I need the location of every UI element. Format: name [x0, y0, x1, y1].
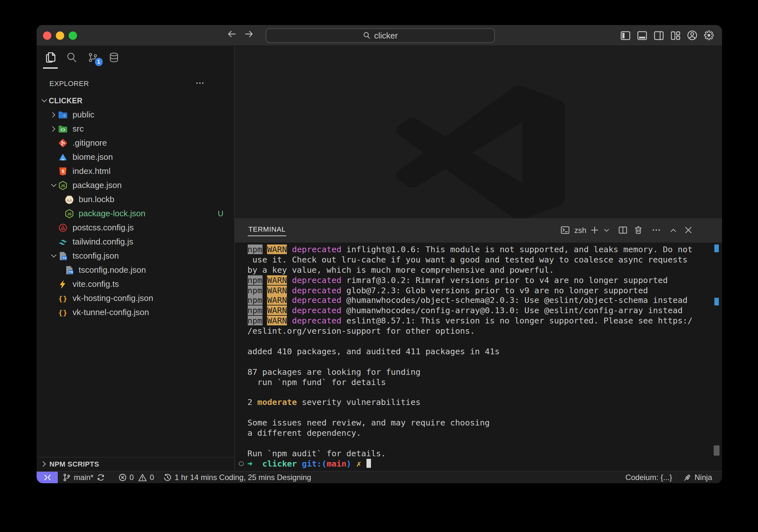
new-terminal-icon[interactable] — [588, 223, 602, 237]
vscode-window: clicker 1 EXPLORER CLICKERpublicsrc.giti… — [37, 25, 722, 483]
file-icon-json: {} — [58, 307, 68, 317]
history-clock-icon — [163, 473, 172, 482]
file-label: postcss.config.js — [73, 223, 134, 232]
statusbar-problems[interactable]: 0 0 — [118, 473, 154, 482]
svg-text:TS: TS — [63, 256, 67, 259]
tree-item-vk-tunnel-config.json[interactable]: {}vk-tunnel-config.json — [37, 305, 234, 319]
tree-item-index.html[interactable]: 5index.html — [37, 164, 234, 178]
maximize-panel-icon[interactable] — [666, 223, 680, 237]
npm-scripts-section[interactable]: NPM SCRIPTS — [37, 457, 234, 471]
plug-icon — [683, 473, 692, 482]
titlebar[interactable]: clicker — [37, 25, 722, 46]
close-panel-icon[interactable] — [682, 223, 695, 237]
tree-item-.gitignore[interactable]: .gitignore — [37, 136, 234, 150]
back-icon[interactable] — [226, 29, 237, 42]
file-label: vite.config.ts — [73, 279, 119, 289]
chevron-down-icon — [49, 181, 58, 190]
statusbar-codeium[interactable]: Codeium: {...} — [626, 473, 672, 482]
tree-item-tailwind.config.js[interactable]: tailwind.config.js — [37, 235, 234, 249]
file-label: public — [73, 110, 94, 119]
titlebar-actions — [620, 25, 714, 46]
terminal-line: 87 packages are looking for funding — [247, 367, 722, 377]
minimize-button[interactable] — [55, 31, 64, 40]
ninja-label: Ninja — [695, 473, 712, 482]
file-icon-ts: TS — [64, 265, 75, 275]
statusbar-sync[interactable] — [96, 473, 105, 482]
terminal-line — [247, 336, 722, 347]
workbench: 1 EXPLORER CLICKERpublicsrc.gitignorebio… — [37, 46, 722, 471]
tree-item-tsconfig.json[interactable]: TStsconfig.json — [37, 249, 234, 263]
activity-item-search[interactable] — [63, 46, 80, 68]
editor-column: TERMINAL zsh — [235, 46, 722, 471]
terminal-line: npm WARN deprecated eslint@8.57.1: This … — [247, 316, 722, 326]
svg-text:}: } — [63, 308, 67, 316]
tree-root-folder[interactable]: CLICKER — [37, 93, 234, 108]
traffic-lights — [43, 31, 77, 40]
settings-gear-icon[interactable] — [704, 30, 714, 41]
file-tree: CLICKERpublicsrc.gitignorebiome.json5ind… — [37, 93, 234, 319]
terminal[interactable]: npm WARN deprecated inflight@1.0.6: This… — [235, 242, 722, 471]
svg-text:JS: JS — [61, 183, 65, 187]
activity-item-explorer[interactable] — [42, 46, 58, 68]
tree-item-tsconfig.node.json[interactable]: TStsconfig.node.json — [37, 263, 234, 277]
tree-item-src[interactable]: src — [37, 121, 234, 136]
svg-text:JS: JS — [67, 212, 72, 216]
split-terminal-icon[interactable] — [614, 223, 631, 237]
chevron-right-icon — [49, 124, 58, 133]
forward-icon[interactable] — [244, 29, 254, 42]
terminal-scrollbar[interactable] — [713, 242, 722, 471]
command-decoration-circle — [239, 461, 244, 466]
statusbar-ninja[interactable]: Ninja — [683, 473, 712, 482]
sync-icon — [96, 473, 105, 482]
close-button[interactable] — [43, 31, 51, 40]
tree-item-public[interactable]: public — [37, 108, 234, 121]
terminal-cursor — [366, 459, 371, 468]
terminal-line — [247, 438, 722, 449]
panel-more-icon[interactable] — [649, 223, 664, 237]
terminal-dropdown-icon[interactable] — [602, 223, 611, 237]
zoom-button[interactable] — [68, 31, 77, 40]
terminal-line: npm WARN deprecated @humanwhocodes/objec… — [247, 295, 722, 306]
terminal-tab[interactable]: TERMINAL — [248, 224, 286, 237]
file-icon-biome — [58, 152, 68, 162]
file-label: index.html — [73, 166, 111, 176]
activity-item-database[interactable] — [106, 46, 122, 68]
explorer-header: EXPLORER — [37, 76, 234, 90]
tree-item-package.json[interactable]: JSpackage.json — [37, 178, 234, 192]
statusbar-branch[interactable]: main* — [62, 473, 93, 482]
tree-item-postcss.config.js[interactable]: postcss.config.js — [37, 220, 234, 235]
terminal-line: /eslint.org/version-support for other op… — [247, 326, 722, 336]
file-label: vk-hosting-config.json — [73, 293, 153, 303]
terminal-line: npm WARN deprecated glob@7.2.3: Glob ver… — [247, 285, 722, 295]
kill-terminal-icon[interactable] — [631, 223, 645, 237]
tree-item-bun.lockb[interactable]: bun.lockb — [37, 192, 234, 206]
file-label: package-lock.json — [79, 209, 145, 218]
toggle-secondary-sidebar-icon[interactable] — [653, 30, 664, 41]
toggle-sidebar-icon[interactable] — [620, 30, 631, 41]
explorer-more-icon[interactable] — [195, 78, 205, 88]
toggle-panel-icon[interactable] — [637, 30, 648, 41]
command-center-search[interactable]: clicker — [266, 28, 495, 43]
file-icon-bun — [64, 194, 75, 204]
panel: TERMINAL zsh — [235, 218, 722, 471]
file-icon-node: JS — [58, 180, 68, 190]
terminal-line — [247, 408, 722, 418]
svg-text:5: 5 — [62, 168, 64, 174]
remote-indicator[interactable] — [37, 471, 58, 483]
terminal-line: use it. Check out lru-cache if you want … — [247, 255, 722, 265]
terminal-line — [247, 357, 722, 367]
tree-item-package-lock.json[interactable]: JSpackage-lock.jsonU — [37, 206, 234, 220]
terminal-line: Run `npm audit` for details. — [247, 449, 722, 459]
customize-layout-icon[interactable] — [670, 30, 681, 41]
status-bar: main* 0 0 1 hr 14 mins Coding, 25 mins D… — [37, 471, 722, 483]
errors-icon — [118, 473, 127, 482]
statusbar-time-tracker[interactable]: 1 hr 14 mins Coding, 25 mins Designing — [163, 473, 311, 482]
file-label: .gitignore — [73, 138, 107, 148]
tree-item-biome.json[interactable]: biome.json — [37, 150, 234, 164]
tree-item-vite.config.ts[interactable]: vite.config.ts — [37, 277, 234, 291]
activity-item-source-control[interactable]: 1 — [85, 46, 101, 68]
account-icon[interactable] — [687, 30, 698, 41]
scrollbar-thumb[interactable] — [714, 445, 719, 455]
editor-area[interactable] — [235, 46, 722, 218]
tree-item-vk-hosting-config.json[interactable]: {}vk-hosting-config.json — [37, 291, 234, 305]
